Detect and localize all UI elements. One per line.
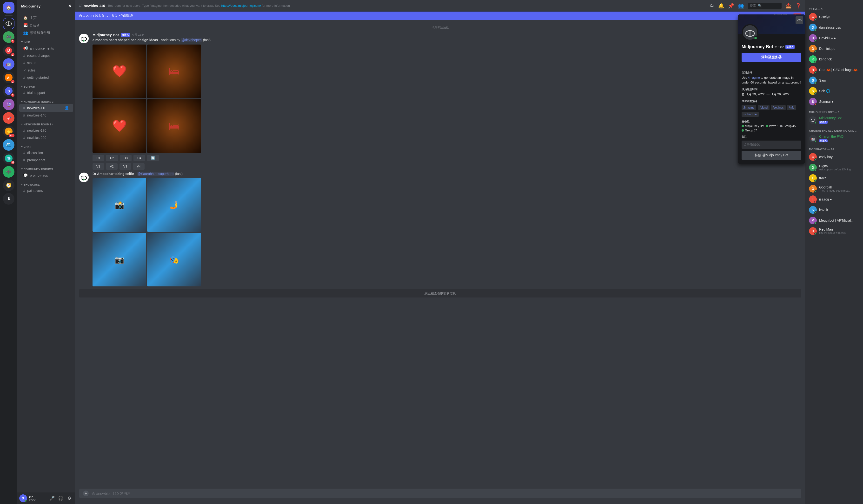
add-member-icon[interactable]: 👤+ xyxy=(64,106,71,110)
channel-recent-changes[interactable]: # recent-changes xyxy=(19,52,73,59)
search-box[interactable]: 搜索 🔍 xyxy=(748,3,781,9)
category-showcase[interactable]: ▾ SHOWCASE xyxy=(17,179,75,187)
member-charon[interactable]: 🤖 Charon the FAQ... 机器人 xyxy=(807,133,861,144)
avatar-isaacq: I xyxy=(809,195,817,203)
member-red-man[interactable]: R Red Man CSDN 新年体专属至尊 xyxy=(807,226,861,236)
add-to-server-button[interactable]: 添加至服务器 xyxy=(741,53,801,62)
member-seb[interactable]: S Seb 🌐 xyxy=(807,86,861,96)
nav-channels-label: 频道和身份组 xyxy=(30,31,71,35)
cmd-subscribe[interactable]: /subscribe xyxy=(741,112,759,117)
refresh-button[interactable]: 🔄 xyxy=(147,155,159,161)
settings-button[interactable]: ⚙ xyxy=(65,494,73,502)
u2-button[interactable]: U2 xyxy=(106,155,118,161)
dm-button[interactable]: 私信 @Midjourney Bot xyxy=(741,151,801,160)
server-icon-midjourney[interactable] xyxy=(3,18,14,29)
server-icon-7[interactable]: 🔮 xyxy=(3,99,14,110)
category-info[interactable]: ▾ INFO xyxy=(17,37,75,44)
threads-icon[interactable]: 🗂 xyxy=(710,3,714,9)
v4-button[interactable]: V4 xyxy=(133,163,145,170)
member-cody-boy[interactable]: C cody boy xyxy=(807,152,861,162)
channel-prompt-chat[interactable]: # prompt-chat xyxy=(19,156,73,164)
member-fractl[interactable]: F fractl xyxy=(807,173,861,183)
server-icon-9[interactable]: ⭐ 177 xyxy=(3,126,14,137)
category-newcomer-4[interactable]: ▾ NEWCOMER ROOMS 4 xyxy=(17,119,75,127)
member-cixelyn[interactable]: C Cixelyn xyxy=(807,12,861,22)
server-icon-10[interactable]: 🌊 xyxy=(3,139,14,151)
channel-desc-link[interactable]: https://docs.midjourney.com/ xyxy=(222,4,261,8)
member-davidh[interactable]: D DavidH ♦ ● xyxy=(807,33,861,43)
notification-icon[interactable]: 🔔 xyxy=(718,3,724,9)
channel-paintovers[interactable]: # paintovers xyxy=(19,187,73,194)
members-icon[interactable]: 👥 xyxy=(738,3,744,9)
member-dominique[interactable]: D Dominique xyxy=(807,43,861,54)
newbies-170-label: newbies-170 xyxy=(27,129,71,132)
server-icon-5[interactable]: AI 2 xyxy=(3,72,14,83)
channel-prompt-faqs[interactable]: 💬 prompt-faqs xyxy=(19,172,73,179)
channel-newbies-110[interactable]: # newbies-110 👤+ xyxy=(19,104,73,112)
header-icons: 🗂 🔔 📌 👥 搜索 🔍 📥 ❓ xyxy=(710,3,801,9)
member-kendrick[interactable]: K kendrick xyxy=(807,54,861,65)
member-isaacq[interactable]: I isaacq ● xyxy=(807,194,861,205)
channel-discussion[interactable]: # discussion xyxy=(19,149,73,156)
member-sam[interactable]: S Sam xyxy=(807,75,861,86)
channel-newbies-170[interactable]: # newbies-170 xyxy=(19,127,73,134)
message-input[interactable] xyxy=(91,491,798,495)
server-icon-home[interactable]: 🏠 xyxy=(3,2,14,13)
pin-icon[interactable]: 📌 xyxy=(728,3,734,9)
sub-red-man: CSDN 新年体专属至尊 xyxy=(819,231,846,235)
inbox-icon[interactable]: 📥 xyxy=(785,3,791,9)
member-goofball[interactable]: G Goofball They're made out of meat. xyxy=(807,183,861,194)
member-red-ceo[interactable]: R Red 🦀 | CEO of bugs 🦀 xyxy=(807,65,861,75)
selfie-image-4: 🎭 xyxy=(147,233,201,286)
channel-trial-support[interactable]: # trial-support xyxy=(19,89,73,96)
channel-announcements[interactable]: 📢 announcements xyxy=(19,44,73,52)
v1-button[interactable]: V1 xyxy=(92,163,104,170)
server-icon-4[interactable]: 🤖 xyxy=(3,58,14,70)
nav-activity[interactable]: 📅 2 活动 xyxy=(19,22,73,29)
server-icon-3[interactable]: D 1 xyxy=(3,45,14,56)
category-chat[interactable]: ▾ CHAT xyxy=(17,141,75,149)
profile-note-title: 备注 xyxy=(741,135,801,139)
u4-button[interactable]: U4 xyxy=(134,155,145,161)
server-icon-download[interactable]: ⬇ xyxy=(3,193,14,205)
member-digital[interactable]: D Digital Ask support before DM-ing! xyxy=(807,162,861,173)
server-icon-11[interactable]: 💎 35 xyxy=(3,153,14,164)
channel-status[interactable]: # status xyxy=(19,59,73,66)
attach-button[interactable]: ＋ xyxy=(83,491,89,496)
nav-channels[interactable]: 👥 频道和身份组 xyxy=(19,29,73,37)
server-icon-6[interactable]: D 1 xyxy=(3,85,14,97)
server-icon-add[interactable]: ➕ xyxy=(3,166,14,178)
deafen-button[interactable]: 🎧 xyxy=(57,494,65,502)
nav-home[interactable]: 🏠 主页 xyxy=(19,14,73,22)
user-avatar[interactable]: X xyxy=(19,494,27,502)
u3-button[interactable]: U3 xyxy=(120,155,132,161)
category-newcomer-3[interactable]: ▾ NEWCOMER ROOMS 3 xyxy=(17,96,75,104)
server-icon-8[interactable]: 🎯 xyxy=(3,112,14,124)
channel-getting-started[interactable]: # getting-started xyxy=(19,74,73,81)
server-icon-discover[interactable]: 🧭 xyxy=(3,180,14,191)
cmd-info[interactable]: /info xyxy=(787,105,797,110)
member-meggirbot[interactable]: M Meggirbot | ARTificial... xyxy=(807,215,861,226)
mute-button[interactable]: 🎤 xyxy=(48,494,56,502)
cmd-imagine[interactable]: /imagine xyxy=(741,105,756,110)
name-cixelyn: Cixelyn xyxy=(819,15,830,19)
help-icon[interactable]: ❓ xyxy=(795,3,801,9)
member-midjourney-bot[interactable]: Midjourney Bot 机器人 xyxy=(807,115,861,125)
cmd-blend[interactable]: /blend xyxy=(758,105,770,110)
category-support[interactable]: ▾ SUPPORT xyxy=(17,81,75,89)
channel-rules[interactable]: ✓ rules xyxy=(19,66,73,74)
sub-digital: Ask support before DM-ing! xyxy=(819,168,851,171)
channel-newbies-140[interactable]: # newbies-140 xyxy=(19,112,73,119)
category-community[interactable]: ▾ COMMUNITY FORUMS xyxy=(17,164,75,172)
member-danielrussruss[interactable]: D danielrussruss xyxy=(807,22,861,33)
member-kav2k[interactable]: K kav2k xyxy=(807,205,861,215)
u1-button[interactable]: U1 xyxy=(92,155,104,161)
server-icon-2[interactable]: 🎮 1 xyxy=(3,31,14,43)
member-somnai[interactable]: S Somnai ● xyxy=(807,96,861,107)
v2-button[interactable]: V2 xyxy=(106,163,117,170)
server-header[interactable]: Midjourney ✕ xyxy=(17,0,75,12)
cmd-settings[interactable]: /settings xyxy=(771,105,786,110)
v3-button[interactable]: V3 xyxy=(120,163,131,170)
profile-note-area[interactable]: 点击添加备注 xyxy=(741,141,801,149)
channel-newbies-200[interactable]: # newbies-200 xyxy=(19,134,73,141)
